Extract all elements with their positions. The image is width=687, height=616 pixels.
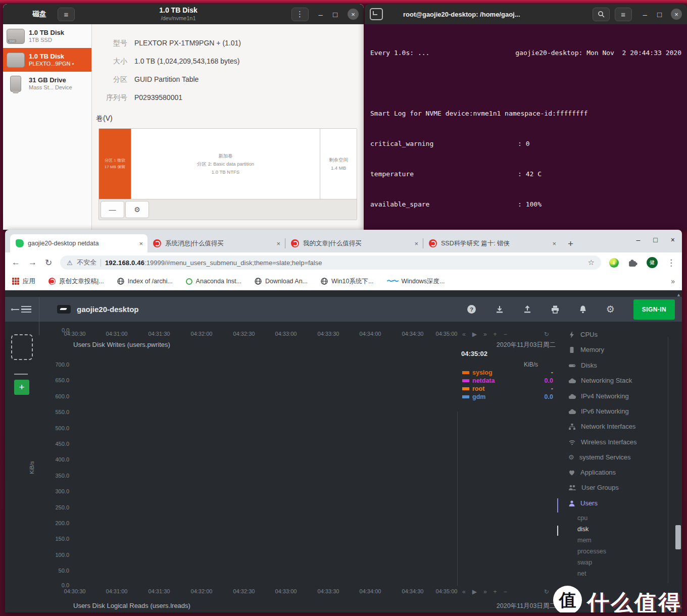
menu-systemd-services[interactable]: ⚙systemd Services xyxy=(568,453,631,461)
zoom-out-icon[interactable]: − xyxy=(504,331,507,338)
bookmark-index-archive[interactable]: Index of /archi... xyxy=(117,278,173,285)
tab-close-icon[interactable]: × xyxy=(139,240,143,247)
browser-toolbar: ← → ↻ ⚠ 不安全 192.168.0.46:19999/#menu_use… xyxy=(5,252,682,273)
partition-segment-1[interactable]: 分区 1 微软 17 MB 保留 xyxy=(99,129,131,199)
alarms-bell-icon[interactable] xyxy=(578,305,587,314)
menu-applications[interactable]: Applications xyxy=(568,469,616,476)
submenu-disk-active[interactable]: disk xyxy=(577,526,588,533)
bookmarks-overflow-chevron[interactable]: » xyxy=(671,277,675,285)
menu-ipv4-networking[interactable]: IPv4 Networking xyxy=(568,392,629,400)
tab-smzdm-articles[interactable]: 我的文章|什么值得买 × xyxy=(285,234,423,252)
disks-maximize-button[interactable]: □ xyxy=(333,10,337,19)
menu-user-groups[interactable]: User Groups xyxy=(568,484,619,491)
sidebar-item-disk-1[interactable]: SSD 1.0 TB Disk 1TB SSD xyxy=(3,24,91,48)
zoom-out-icon[interactable]: − xyxy=(504,588,507,595)
legend-syslog[interactable]: syslog xyxy=(462,369,493,376)
partition-free-space[interactable]: 剩余空间 1.4 MB xyxy=(320,129,357,199)
not-secure-warning-icon[interactable]: ⚠ xyxy=(67,259,73,267)
sidebar-item-usb-drive[interactable]: 31 GB Drive Mass St... Device xyxy=(3,72,91,95)
settings-gear-icon[interactable]: ⚙ xyxy=(606,303,615,315)
terminal-search-icon[interactable] xyxy=(593,8,610,21)
tab-netdata[interactable]: gaojie20-desktop netdata × xyxy=(10,234,148,252)
bookmark-win10[interactable]: Win10系统下... xyxy=(321,277,373,286)
pan-left-icon[interactable]: « xyxy=(462,331,466,338)
address-bar[interactable]: ⚠ 不安全 192.168.0.46:19999/#menu_users_sub… xyxy=(60,255,601,270)
disks-kebab-menu-icon[interactable]: ⋮ xyxy=(291,8,309,21)
tab-smzdm-messages[interactable]: 系统消息|什么值得买 × xyxy=(148,234,285,252)
menu-users-active[interactable]: Users xyxy=(568,499,598,507)
help-icon[interactable]: ? xyxy=(467,304,476,314)
menu-cpus[interactable]: CPUs xyxy=(568,331,598,338)
back-button[interactable]: ← xyxy=(12,258,20,268)
page-scrollbar-thumb[interactable] xyxy=(675,525,681,549)
partition-segment-2[interactable]: 新加卷 分区 2: Basic data partition 1.0 TB NT… xyxy=(131,129,320,199)
submenu-swap[interactable]: swap xyxy=(577,559,592,566)
pan-right-icon[interactable]: » xyxy=(483,588,487,595)
menu-networking-stack[interactable]: Networking Stack xyxy=(568,377,632,384)
tab-ssd-research[interactable]: SSD科学研究 篇十: 锴侠 × xyxy=(423,234,561,252)
legend-root[interactable]: root xyxy=(462,385,484,392)
print-icon[interactable] xyxy=(551,305,560,314)
add-chart-button[interactable]: + xyxy=(14,380,29,395)
terminal-minimize-button[interactable]: – xyxy=(643,10,647,19)
profile-avatar[interactable]: 健 xyxy=(647,257,658,268)
bookmark-download[interactable]: Download An... xyxy=(255,278,308,285)
reset-zoom-icon[interactable]: ↻ xyxy=(544,588,549,595)
tab-close-icon[interactable]: × xyxy=(552,240,556,247)
waves-icon: 〜〜 xyxy=(386,277,398,286)
terminal-hamburger-menu-icon[interactable]: ≡ xyxy=(615,8,632,21)
forward-button[interactable]: → xyxy=(28,258,37,268)
disks-minimize-button[interactable]: – xyxy=(319,10,323,19)
reload-button[interactable]: ↻ xyxy=(45,258,52,268)
window-close-button[interactable]: × xyxy=(671,236,675,244)
partition-options-gear-icon[interactable]: ⚙ xyxy=(125,201,149,218)
terminal-maximize-button[interactable]: □ xyxy=(657,10,662,19)
tab-close-icon[interactable]: × xyxy=(414,240,418,247)
browser-menu-icon[interactable]: ⋮ xyxy=(667,258,675,268)
terminal-output[interactable]: Every 1.0s: ... gaojie20-desktop: Mon No… xyxy=(365,24,687,230)
bookmark-smzdm-submit[interactable]: 原创文章投稿|... xyxy=(48,277,104,286)
bookmark-star-icon[interactable]: ☆ xyxy=(588,258,595,267)
scrollbar-up-arrow[interactable]: ▲ xyxy=(676,292,681,297)
field-label: 大小 xyxy=(99,57,127,66)
zoom-in-icon[interactable]: + xyxy=(494,588,497,595)
zoom-in-icon[interactable]: + xyxy=(494,331,497,338)
menu-disks[interactable]: Disks xyxy=(568,362,597,369)
field-value: 1.0 TB (1,024,209,543,168 bytes) xyxy=(134,57,239,66)
window-minimize-button[interactable]: – xyxy=(636,236,641,244)
submenu-mem[interactable]: mem xyxy=(577,537,592,544)
bookmark-windows-deep[interactable]: 〜〜 Windows深度... xyxy=(386,277,445,286)
rail-separator xyxy=(39,297,39,335)
submenu-processes[interactable]: processes xyxy=(577,548,606,555)
play-icon[interactable]: ▶ xyxy=(472,331,477,338)
upload-snapshot-icon[interactable] xyxy=(523,305,532,314)
highlight-select-tool[interactable] xyxy=(11,334,33,360)
bookmark-apps[interactable]: 应用 xyxy=(12,277,35,286)
bookmark-anaconda[interactable]: Anaconda Inst... xyxy=(186,278,241,285)
new-tab-button[interactable]: + xyxy=(568,238,573,249)
menu-ipv6-networking[interactable]: IPv6 Networking xyxy=(568,407,629,415)
idm-extension-icon[interactable]: ⇓ xyxy=(609,258,619,268)
submenu-net[interactable]: net xyxy=(577,570,586,577)
play-icon[interactable]: ▶ xyxy=(472,588,477,595)
extensions-puzzle-icon[interactable] xyxy=(628,258,637,268)
disks-hamburger-menu-icon[interactable]: ≡ xyxy=(58,8,75,21)
tab-close-icon[interactable]: × xyxy=(276,240,280,247)
legend-gdm[interactable]: gdm xyxy=(462,393,485,400)
legend-netdata[interactable]: netdata xyxy=(462,377,495,384)
pan-right-icon[interactable]: » xyxy=(483,331,487,338)
pan-left-icon[interactable]: « xyxy=(462,588,466,595)
menu-memory[interactable]: Memory xyxy=(568,346,604,353)
netdata-sidebar-toggle-icon[interactable] xyxy=(5,304,39,315)
terminal-close-button[interactable]: × xyxy=(671,9,682,20)
disks-close-button[interactable]: × xyxy=(348,9,359,20)
sidebar-item-disk-2-selected[interactable]: 1.0 TB Disk PLEXTO...9PGN • xyxy=(3,48,91,72)
delete-partition-button[interactable]: — xyxy=(101,201,124,218)
window-maximize-button[interactable]: □ xyxy=(653,236,657,244)
sign-in-button[interactable]: SIGN-IN xyxy=(633,299,675,320)
download-snapshot-icon[interactable] xyxy=(495,305,504,314)
submenu-cpu[interactable]: cpu xyxy=(577,515,587,522)
reset-zoom-icon[interactable]: ↻ xyxy=(544,331,549,338)
menu-network-interfaces[interactable]: Network Interfaces xyxy=(568,423,635,430)
menu-wireless-interfaces[interactable]: Wireless Interfaces xyxy=(568,438,637,446)
